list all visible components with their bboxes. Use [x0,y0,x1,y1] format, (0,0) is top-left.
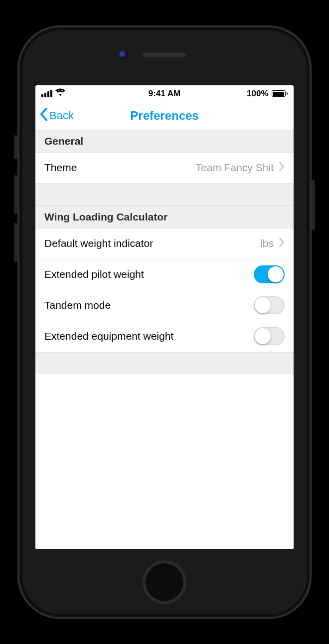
battery-percentage: 100% [247,89,268,99]
cell-value: lbs [260,237,274,249]
volume-up [14,175,17,214]
cell-extended-pilot-weight: Extended pilot weight [35,259,294,290]
switch-extended-equipment-weight[interactable] [254,327,285,345]
cell-label: Default weight indicator [44,237,153,249]
cell-label: Tandem mode [44,299,111,311]
page-title: Preferences [130,109,198,123]
section-header-wing-loading: Wing Loading Calculator [35,206,294,228]
volume-down [14,223,17,262]
nav-bar: Back Preferences [35,102,294,130]
cell-label: Extended equipment weight [44,330,173,342]
cell-label: Extended pilot weight [44,268,144,280]
front-camera [119,50,128,59]
cell-value: Team Fancy Shit [196,162,274,174]
section-footer-gap [35,352,294,374]
cellular-signal-icon [41,90,52,97]
earpiece-speaker [142,52,187,57]
cell-tandem-mode: Tandem mode [35,290,294,321]
home-button[interactable] [143,560,186,604]
cell-extended-equipment-weight: Extended equipment weight [35,321,294,352]
chevron-right-icon [279,162,285,174]
cell-default-weight-indicator[interactable]: Default weight indicator lbs [35,228,294,259]
section-gap [35,184,294,206]
mute-switch [14,135,17,159]
screen: 9:41 AM 100% Back Preferences [35,85,294,549]
section-header-general: General [35,130,294,153]
switch-extended-pilot-weight[interactable] [254,265,285,283]
back-button[interactable]: Back [35,108,74,124]
cell-label: Theme [44,162,77,174]
back-label: Back [49,109,74,122]
switch-tandem-mode[interactable] [254,296,285,314]
chevron-left-icon [39,108,48,124]
chevron-right-icon [279,237,285,249]
preferences-list[interactable]: General Theme Team Fancy Shit Wing Loadi… [35,130,294,549]
status-bar: 9:41 AM 100% [35,85,294,102]
phone-frame: 9:41 AM 100% Back Preferences [17,25,312,619]
wifi-icon [55,88,65,99]
battery-icon [272,90,288,97]
power-button [312,180,315,230]
status-time: 9:41 AM [149,89,181,99]
cell-theme[interactable]: Theme Team Fancy Shit [35,153,294,184]
